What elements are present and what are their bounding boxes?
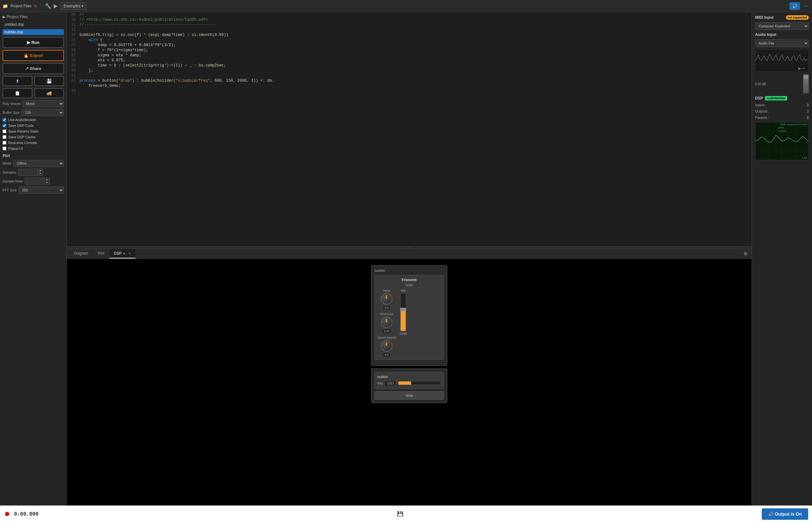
- file-untitled[interactable]: untitled.dsp: [3, 22, 64, 27]
- code-line: 36 f = f0*(1+sigma*time);: [67, 48, 752, 53]
- samples-spinbox: 256 ▲ ▼: [18, 169, 43, 176]
- code-line: 34 with {: [67, 38, 752, 43]
- dsp-panel: bubble Freeverb 0x00 Damp 0.5: [67, 259, 752, 506]
- save-params-state-label: Save Params State: [8, 129, 39, 133]
- samples-input[interactable]: 256: [18, 169, 38, 175]
- time-display: 0:00.000: [14, 511, 39, 517]
- fft-size-select[interactable]: 256: [18, 187, 64, 194]
- osc-zoom-label: 1.0x: [802, 156, 807, 159]
- sample-rate-down[interactable]: ▼: [44, 181, 49, 184]
- freq-label: freq: [378, 381, 383, 385]
- midi-input-label: MIDI Input: [755, 15, 773, 20]
- stereo-spread-knob-group: Stereo Spread 0.5: [378, 336, 396, 357]
- poly-voices-row: Poly Voices Mono: [3, 100, 64, 107]
- use-audioworklet-label: Use AudioWorklet: [8, 118, 36, 122]
- volume-slider[interactable]: [803, 74, 809, 94]
- freeverb-layout: Damp 0.5 RoomSize 0.75: [378, 289, 441, 357]
- code-line: 31 //-----------------------------------…: [67, 22, 752, 27]
- bottom-bar: ⏺ 0:00.000 💾 🔊 Output is On: [0, 505, 812, 522]
- use-audioworklet-checkbox[interactable]: [3, 118, 6, 122]
- midi-not-supported-badge: not supported: [786, 15, 809, 20]
- damp-knob[interactable]: [381, 293, 392, 304]
- svg-text:▶: ▶: [798, 66, 801, 70]
- save-recording-button[interactable]: 💾: [397, 511, 403, 517]
- buffer-size-label: Buffer Size: [3, 111, 20, 115]
- midi-input-select[interactable]: Computer Keyboard: [755, 22, 809, 30]
- osc-info: ↑ 2048 samps ch 0+0.000 23Hz x:0.000: [778, 123, 807, 133]
- code-line: 41: [67, 73, 752, 78]
- record-button[interactable]: ⏺: [4, 510, 10, 518]
- save-dsp-cache-row: Save DSP Cache: [3, 135, 64, 139]
- code-editor[interactable]: 29 // 30 // <http://www.cs.ubc.ca/~kvdoe…: [67, 12, 752, 246]
- tab-export-icon: ⬈: [123, 252, 125, 255]
- wet-value: 0.575: [400, 332, 407, 335]
- tab-diagram[interactable]: Diagram: [69, 249, 93, 258]
- run-button[interactable]: ▶ Run: [3, 37, 64, 48]
- icon-btn-row: ⬆ 💾: [3, 76, 64, 86]
- more-button[interactable]: ⋯: [803, 2, 809, 10]
- freq-slider[interactable]: [398, 381, 441, 385]
- file-bubble[interactable]: bubble.dsp: [3, 29, 64, 35]
- oscilloscope: ↑ 2048 samps ch 0+0.000 23Hz x:0.000 1.0…: [755, 122, 809, 160]
- examples-button[interactable]: Examples ▾: [60, 2, 87, 10]
- save-button[interactable]: 💾: [34, 76, 64, 86]
- volume-thumb: [804, 75, 808, 79]
- stereo-spread-value: 0.5: [383, 353, 390, 357]
- sample-rate-up[interactable]: ▲: [44, 178, 49, 181]
- sample-rate-input[interactable]: 4800: [25, 178, 44, 184]
- samples-up[interactable]: ▲: [38, 169, 43, 172]
- samples-row: Samples 256 ▲ ▼: [3, 169, 64, 176]
- output-button[interactable]: 🔊 Output is On: [762, 508, 808, 520]
- midi-input-row: MIDI Input not supported: [755, 15, 809, 20]
- mode-row: Mode Offline: [3, 160, 64, 167]
- export2-button[interactable]: 🚚: [34, 88, 64, 98]
- audio-input-select[interactable]: Audio File: [755, 39, 809, 47]
- freeverb-widget-title: bubble: [374, 269, 444, 273]
- poly-voices-select[interactable]: Mono: [23, 100, 64, 107]
- bubble-box-title: bubble: [378, 375, 441, 379]
- share-button[interactable]: ↗ Share: [3, 63, 64, 74]
- wet-slider-track[interactable]: [400, 293, 406, 331]
- main-layout: ▶ Project Files untitled.dsp bubble.dsp …: [0, 12, 812, 505]
- left-sidebar: ▶ Project Files untitled.dsp bubble.dsp …: [0, 12, 67, 505]
- mode-select[interactable]: Offline: [13, 160, 64, 167]
- save-dsp-cache-checkbox[interactable]: [3, 135, 6, 139]
- roomsize-knob-group: RoomSize 0.75: [378, 313, 396, 334]
- upload-button[interactable]: ⬆: [3, 76, 33, 86]
- tab-settings-button[interactable]: ⚙: [743, 250, 749, 258]
- tab-dsp[interactable]: DSP ⬈ ✕: [109, 249, 136, 258]
- code-line: freeverb_demo;: [67, 83, 752, 88]
- dsp-section: DSP AudioWorklet: [755, 96, 809, 100]
- popup-ui-label: Popup UI: [8, 146, 23, 150]
- samples-down[interactable]: ▼: [38, 172, 43, 176]
- tab-plot[interactable]: Plot: [93, 249, 109, 258]
- audio-input-label: Audio Input: [755, 33, 809, 37]
- volume-label: 0.00 dB: [755, 82, 766, 86]
- save-params-state-checkbox[interactable]: [3, 129, 6, 133]
- inputs-row: Inputs : 0: [755, 103, 809, 107]
- buffer-size-select[interactable]: 128: [22, 109, 64, 116]
- audio-button[interactable]: 🔊: [789, 2, 800, 10]
- realtime-compile-label: Real-time Compile: [8, 141, 37, 145]
- top-toolbar: 📁 Project Files ⧉ 🔧 ▶ Examples ▾ 🔊 ⋯: [0, 0, 812, 12]
- popup-ui-checkbox[interactable]: [3, 146, 6, 150]
- sample-rate-spinbox: 4800 ▲ ▼: [25, 178, 50, 185]
- mode-label: Mode: [3, 161, 12, 165]
- project-section-label: Project Files: [7, 15, 28, 19]
- freeverb-addr: 0x00: [378, 284, 441, 287]
- save-dsp-code-checkbox[interactable]: [3, 124, 6, 127]
- wet-label: Wet: [401, 289, 406, 292]
- icon-btn-row-2: 📋 🚚: [3, 88, 64, 98]
- realtime-compile-row: Real-time Compile: [3, 141, 64, 145]
- realtime-compile-checkbox[interactable]: [3, 141, 6, 145]
- export-button[interactable]: 🔥 Export: [3, 50, 64, 61]
- stereo-spread-knob[interactable]: [381, 340, 392, 352]
- clipboard-button[interactable]: 📋: [3, 88, 33, 98]
- roomsize-knob[interactable]: [381, 317, 392, 328]
- drop-button[interactable]: drop: [374, 392, 444, 400]
- tab-close-icon[interactable]: ✕: [128, 252, 131, 255]
- samples-arrows: ▲ ▼: [38, 169, 43, 176]
- resize-handle[interactable]: [67, 246, 752, 249]
- play-button[interactable]: ▶: [54, 3, 58, 9]
- copy-icon: ⧉: [34, 4, 37, 8]
